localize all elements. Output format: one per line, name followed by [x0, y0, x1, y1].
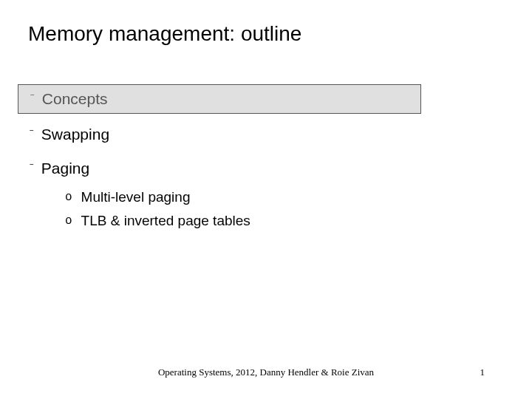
- slide-title: Memory management: outline: [28, 22, 532, 46]
- outline-item-paging: − Paging: [18, 155, 532, 182]
- sub-bullet-icon: o: [65, 191, 72, 204]
- outline-item-concepts: − Concepts: [18, 84, 421, 114]
- page-number: 1: [480, 366, 485, 378]
- footer-text: Operating Systems, 2012, Danny Hendler &…: [0, 366, 532, 378]
- sub-bullet-icon: o: [65, 214, 72, 228]
- outline-item-label: Concepts: [42, 90, 108, 108]
- outline-subitem-label: Multi-level paging: [81, 189, 191, 205]
- outline-item-label: Swapping: [41, 126, 109, 143]
- outline-item-label: Paging: [41, 160, 89, 177]
- outline-subitem-label: TLB & inverted page tables: [81, 213, 250, 229]
- outline-item-swapping: − Swapping: [18, 121, 532, 148]
- bullet-icon: −: [30, 91, 35, 99]
- outline-sublist: o Multi-level paging o TLB & inverted pa…: [65, 189, 532, 229]
- outline-subitem-multilevel: o Multi-level paging: [65, 189, 532, 205]
- outline-list: − Concepts − Swapping − Paging o Multi-l…: [18, 84, 532, 229]
- bullet-icon: −: [30, 160, 34, 168]
- slide: Memory management: outline − Concepts − …: [0, 0, 532, 399]
- bullet-icon: −: [30, 126, 34, 134]
- outline-subitem-tlb: o TLB & inverted page tables: [65, 213, 532, 229]
